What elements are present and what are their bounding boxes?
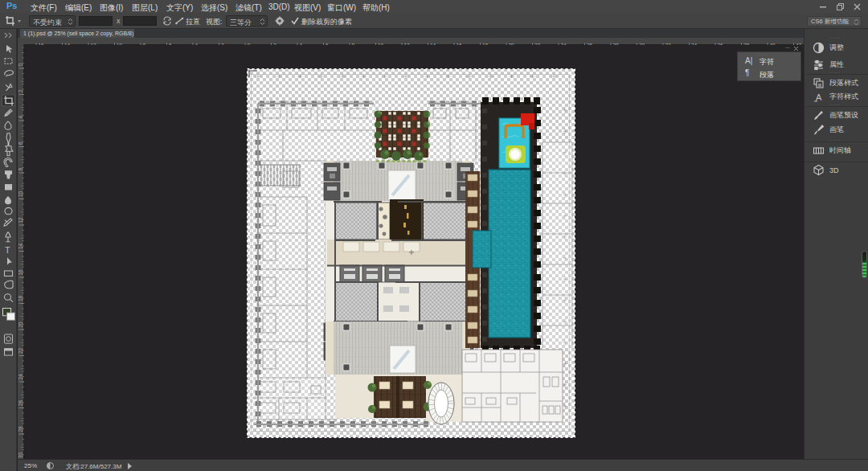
svg-text:28: 28 xyxy=(18,426,23,432)
svg-text:6: 6 xyxy=(18,141,23,145)
svg-text:8: 8 xyxy=(18,168,23,171)
svg-text:4: 4 xyxy=(18,116,23,119)
svg-text:10: 10 xyxy=(18,190,23,197)
svg-text:12: 12 xyxy=(18,217,23,223)
svg-text:26: 26 xyxy=(18,399,23,406)
svg-text:30: 30 xyxy=(18,452,23,458)
svg-text:22: 22 xyxy=(18,347,23,354)
svg-text:2: 2 xyxy=(18,89,23,92)
svg-text:0: 0 xyxy=(18,63,23,67)
svg-text:16: 16 xyxy=(18,269,23,276)
svg-text:14: 14 xyxy=(18,243,23,249)
svg-text:24: 24 xyxy=(18,374,23,380)
svg-text:18: 18 xyxy=(18,295,23,301)
svg-text:T: T xyxy=(5,245,10,255)
svg-text:A: A xyxy=(816,92,822,102)
svg-text:20: 20 xyxy=(18,322,23,328)
